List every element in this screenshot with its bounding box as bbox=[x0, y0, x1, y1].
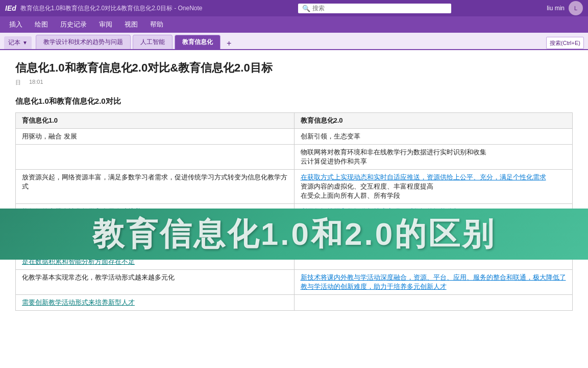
table-cell: 用驱动，融合 发展 bbox=[16, 129, 295, 145]
table-header-left: 育信息化1.0 bbox=[16, 113, 295, 129]
adaptive-link[interactable]: 在获取方式上实现动态和实时自适应推送，资源供给上公平、充分，满足个性化需求 bbox=[301, 173, 567, 182]
window-title: 教育信息化1.0和教育信息化2.0对比&教育信息化2.0目标 - OneNote bbox=[20, 4, 203, 13]
tab-ai[interactable]: 人工智能 bbox=[133, 35, 173, 49]
menu-draw[interactable]: 绘图 bbox=[30, 18, 53, 31]
tabs-area: 记本 ▼ 教学设计和技术的趋势与问题 人工智能 教育信息化 + 搜索(Ctrl+… bbox=[0, 33, 588, 50]
tab-edu-info-label: 教育信息化 bbox=[182, 38, 213, 45]
title-bar-left: IEd 教育信息化1.0和教育信息化2.0对比&教育信息化2.0目标 - One… bbox=[5, 4, 203, 13]
table-cell: 需要创新教学活动形式来培养新型人才 bbox=[16, 295, 295, 311]
menu-bar: 插入 绘图 历史记录 审阅 视图 帮助 bbox=[0, 16, 588, 33]
tab-ai-label: 人工智能 bbox=[140, 38, 165, 45]
notebook-label: 记本 bbox=[8, 38, 20, 47]
cloud-text: 云计算促进协作和共享 bbox=[301, 157, 567, 166]
table-row: 用驱动，融合 发展 创新引领，生态变革 bbox=[16, 129, 573, 145]
table-cell: 物联网将对教育环境和非在线教学行为数据进行实时识别和收集 云计算促进协作和共享 bbox=[294, 145, 573, 170]
new-teaching-link[interactable]: 需要创新教学活动形式来培养新型人才 bbox=[22, 298, 288, 307]
tab-edu-info[interactable]: 教育信息化 bbox=[175, 35, 220, 49]
innovation-link[interactable]: 新技术将课内外教与学活动深度融合，资源、平台、应用、服务的整合和联通，极大降低了… bbox=[301, 273, 567, 291]
title-bar: IEd 教育信息化1.0和教育信息化2.0对比&教育信息化2.0目标 - One… bbox=[0, 0, 588, 16]
add-tab-button[interactable]: + bbox=[223, 38, 235, 49]
audience-text: 在受众上面向所有人群、所有学段 bbox=[301, 191, 567, 200]
table-cell: 创新引领，生态变革 bbox=[294, 129, 573, 145]
title-search-input[interactable] bbox=[312, 5, 447, 12]
avatar-initial: L bbox=[574, 5, 577, 11]
username: liu min bbox=[547, 5, 565, 12]
page-content: 信息化1.0和教育信息化2.0对比&教育信息化2.0目标 日 18:01 信息化… bbox=[0, 50, 588, 368]
section-heading: 信息化1.0和教育信息化2.0对比 bbox=[15, 97, 573, 106]
tab-pedagogy-label: 教学设计和技术的趋势与问题 bbox=[43, 38, 123, 45]
overlay-banner: 教育信息化1.0和2.0的区别 bbox=[0, 209, 588, 260]
search-icon: 🔍 bbox=[302, 5, 310, 12]
page-search-box[interactable]: 搜索(Ctrl+E) bbox=[546, 37, 584, 49]
title-search-box[interactable]: 🔍 bbox=[298, 4, 451, 13]
menu-help[interactable]: 帮助 bbox=[145, 18, 168, 31]
menu-review[interactable]: 审阅 bbox=[94, 18, 117, 31]
menu-view[interactable]: 视图 bbox=[119, 18, 143, 31]
notebook-selector[interactable]: 记本 ▼ bbox=[4, 36, 32, 49]
resource-virtual-text: 资源内容的虚拟化、交互程度、丰富程度提高 bbox=[301, 182, 567, 191]
table-row: 化教学基本实现常态化，教学活动形式越来越多元化 新技术将课内外教与学活动深度融合… bbox=[16, 270, 573, 295]
menu-insert[interactable]: 插入 bbox=[4, 18, 28, 31]
menu-history[interactable]: 历史记录 bbox=[55, 18, 92, 31]
table-row: 物联网将对教育环境和非在线教学行为数据进行实时识别和收集 云计算促进协作和共享 bbox=[16, 145, 573, 170]
table-cell: 新技术将课内外教与学活动深度融合，资源、平台、应用、服务的整合和联通，极大降低了… bbox=[294, 270, 573, 295]
table-row: 需要创新教学活动形式来培养新型人才 bbox=[16, 295, 573, 311]
title-bar-right: liu min L bbox=[547, 1, 583, 15]
notebook-chevron-icon: ▼ bbox=[22, 40, 28, 45]
table-cell bbox=[16, 145, 295, 170]
tab-pedagogy[interactable]: 教学设计和技术的趋势与问题 bbox=[36, 35, 131, 49]
page-time: 18:01 bbox=[29, 79, 43, 86]
app-logo: IEd bbox=[5, 4, 16, 12]
page-search-label: 搜索(Ctrl+E) bbox=[550, 39, 580, 47]
table-cell bbox=[294, 295, 573, 311]
overlay-banner-text: 教育信息化1.0和2.0的区别 bbox=[92, 213, 496, 256]
table-cell: 放资源兴起，网络资源丰富，满足多数学习者需求，促进传统学习方式转变为信息化教学方… bbox=[16, 170, 295, 204]
table-header-right: 教育信息化2.0 bbox=[294, 113, 573, 129]
page-meta: 日 18:01 bbox=[15, 79, 573, 86]
page-date: 日 bbox=[15, 79, 21, 86]
table-row: 放资源兴起，网络资源丰富，满足多数学习者需求，促进传统学习方式转变为信息化教学方… bbox=[16, 170, 573, 204]
page-title: 信息化1.0和教育信息化2.0对比&教育信息化2.0目标 bbox=[15, 60, 573, 76]
iot-text: 物联网将对教育环境和非在线教学行为数据进行实时识别和收集 bbox=[301, 148, 567, 157]
table-cell: 在获取方式上实现动态和实时自适应推送，资源供给上公平、充分，满足个性化需求 资源… bbox=[294, 170, 573, 204]
table-cell: 化教学基本实现常态化，教学活动形式越来越多元化 bbox=[16, 270, 295, 295]
user-avatar[interactable]: L bbox=[569, 1, 583, 15]
